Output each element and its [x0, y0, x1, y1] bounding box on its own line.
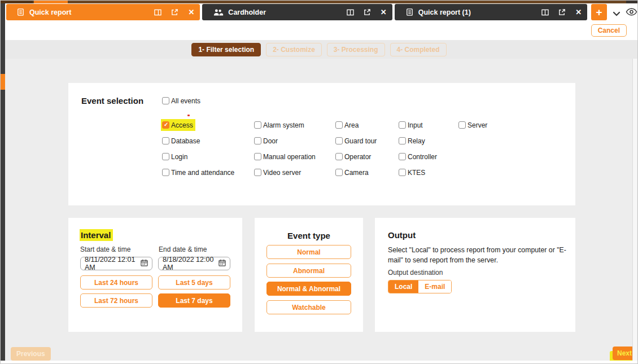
tab-quick-report[interactable]: Quick report ✕ [6, 4, 200, 20]
step-completed: 4- Completed [390, 43, 447, 56]
plus-icon: + [596, 6, 602, 19]
checkbox-box [335, 153, 343, 160]
start-date-label: Start date & time [80, 245, 130, 253]
checkbox-guard-tour[interactable]: Guard tour [335, 136, 377, 146]
split-view-icon[interactable] [541, 9, 549, 16]
split-view-icon[interactable] [347, 9, 354, 16]
step-filter-selection[interactable]: 1- Filter selection [191, 43, 261, 56]
checkbox-label: All events [171, 97, 200, 105]
open-in-new-icon[interactable] [171, 8, 178, 16]
tab-label: Quick report [29, 8, 71, 16]
output-description: Select "Local" to process report from yo… [388, 245, 567, 266]
tab-cardholder[interactable]: Cardholder ✕ [202, 4, 392, 20]
checkbox-controller[interactable]: Controller [399, 152, 437, 161]
end-date-value: 8/18/2022 12:00 AM [163, 256, 219, 271]
checkbox-box [399, 137, 406, 144]
destination-local-option[interactable]: Local [388, 280, 418, 293]
close-icon[interactable]: ✕ [575, 8, 582, 16]
add-tab-button[interactable]: + [591, 4, 607, 20]
start-date-input[interactable]: 8/11/2022 12:01 AM [80, 257, 152, 270]
chevron-down-icon[interactable] [613, 8, 620, 19]
calendar-icon[interactable] [219, 259, 226, 268]
scrollbar-track[interactable] [632, 59, 637, 361]
previous-button[interactable]: Previous [11, 347, 51, 361]
checkbox-all-events[interactable]: All events [162, 96, 200, 106]
output-destination-label: Output destination [388, 269, 443, 277]
tab-bar: Quick report ✕ Cardholder ✕ [1, 3, 637, 21]
checkbox-label: Camera [344, 169, 369, 177]
interval-title: Interval [80, 229, 113, 241]
cardholder-icon [213, 8, 224, 16]
checkbox-door[interactable]: Door [254, 136, 278, 146]
checkbox-relay[interactable]: Relay [399, 136, 425, 146]
bottom-strip [1, 361, 637, 364]
tab-quick-report-1[interactable]: Quick report (1) ✕ [395, 4, 587, 20]
eye-icon[interactable] [626, 8, 637, 18]
event-selection-panel: Event selection All events Access Alarm … [68, 83, 575, 205]
last-72-hours-button[interactable]: Last 72 hours [80, 293, 152, 308]
checkbox-camera[interactable]: Camera [335, 168, 369, 177]
end-date-input[interactable]: 8/18/2022 12:00 AM [158, 257, 230, 270]
event-type-normal-abnormal-button[interactable]: Normal & Abnormal [266, 282, 351, 296]
output-destination-toggle: Local E-mail [388, 280, 452, 293]
checkbox-label: Time and attendance [171, 169, 234, 177]
calendar-icon[interactable] [141, 259, 148, 268]
destination-email-option[interactable]: E-mail [418, 280, 451, 293]
checkbox-label: Login [171, 153, 187, 161]
tab-label: Cardholder [228, 8, 266, 16]
event-type-normal-button[interactable]: Normal [266, 245, 351, 259]
checkbox-box [254, 169, 261, 176]
open-in-new-icon[interactable] [364, 8, 371, 16]
checkbox-label: KTES [408, 169, 425, 177]
checkbox-label: Video server [263, 169, 301, 177]
app-window: Quick report ✕ Cardholder ✕ [0, 0, 638, 364]
left-rail [1, 3, 5, 361]
checkbox-box [399, 169, 406, 176]
annotation-red-dot [187, 115, 190, 116]
checkbox-time-and-attendance[interactable]: Time and attendance [162, 168, 234, 177]
checkbox-access[interactable]: Access [161, 119, 195, 131]
checkbox-label: Server [467, 121, 487, 129]
close-icon[interactable]: ✕ [381, 8, 387, 16]
close-icon[interactable]: ✕ [188, 8, 194, 16]
checkbox-box [254, 121, 261, 129]
last-5-days-button[interactable]: Last 5 days [158, 275, 230, 290]
checkbox-label: Controller [408, 153, 437, 161]
event-type-abnormal-button[interactable]: Abnormal [266, 264, 351, 278]
checkbox-box [254, 153, 261, 160]
checkbox-input[interactable]: Input [399, 120, 423, 130]
checkbox-ktes[interactable]: KTES [399, 168, 425, 177]
checkbox-manual-operation[interactable]: Manual operation [254, 152, 316, 161]
end-date-label: End date & time [159, 245, 207, 253]
checkbox-box [162, 97, 169, 104]
last-7-days-button[interactable]: Last 7 days [158, 293, 230, 308]
checkbox-box-checked [162, 121, 169, 129]
step-customize: 2- Customize [266, 43, 322, 56]
checkbox-box [162, 137, 169, 144]
checkbox-video-server[interactable]: Video server [254, 168, 301, 177]
checkbox-area[interactable]: Area [335, 120, 359, 130]
event-type-watchable-button[interactable]: Watchable [266, 300, 351, 314]
last-24-hours-button[interactable]: Last 24 hours [80, 275, 152, 290]
checkbox-database[interactable]: Database [162, 136, 200, 146]
event-type-title: Event type [255, 231, 363, 240]
checkbox-label: Alarm system [263, 121, 304, 129]
checkbox-alarm-system[interactable]: Alarm system [254, 120, 304, 130]
checkbox-box [335, 169, 343, 176]
checkbox-box [335, 121, 343, 129]
checkbox-operator[interactable]: Operator [335, 152, 371, 161]
checkbox-label: Operator [344, 153, 371, 161]
wizard-steps: 1- Filter selection 2- Customize 3- Proc… [1, 40, 637, 59]
dock-panel-icon[interactable] [154, 9, 161, 16]
report-icon [16, 8, 25, 16]
start-date-value: 8/11/2022 12:01 AM [85, 256, 141, 271]
checkbox-box [162, 153, 169, 160]
open-in-new-icon[interactable] [558, 8, 566, 16]
cancel-button[interactable]: Cancel [591, 24, 627, 37]
checkbox-label: Access [171, 121, 193, 129]
checkbox-server[interactable]: Server [458, 120, 487, 130]
wizard-header: Cancel [1, 21, 637, 40]
checkbox-box [335, 137, 343, 144]
checkbox-label: Database [171, 137, 200, 145]
checkbox-login[interactable]: Login [162, 152, 187, 161]
